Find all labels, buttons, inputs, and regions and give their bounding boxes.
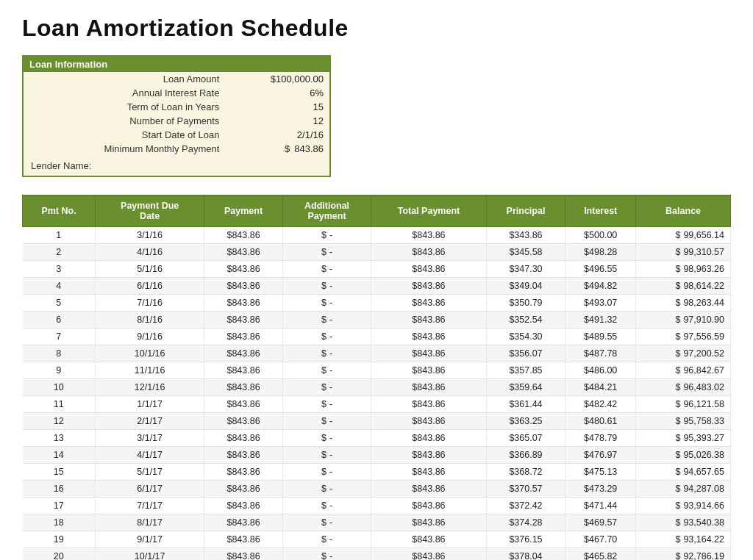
payment-amount: $843.86 xyxy=(204,278,283,295)
table-row: 122/1/17$843.86$-$843.86$363.25$480.61$9… xyxy=(23,413,731,430)
pmt-no: 7 xyxy=(23,329,96,345)
balance: $95,758.33 xyxy=(636,413,731,430)
payment-amount: $843.86 xyxy=(204,447,283,464)
payment-amount: $843.86 xyxy=(204,514,283,531)
pmt-no: 9 xyxy=(23,362,96,379)
balance: $93,164.22 xyxy=(636,531,731,548)
pmt-date: 3/1/17 xyxy=(96,430,204,447)
total-payment: $843.86 xyxy=(371,227,486,244)
page-title: Loan Amortization Schedule xyxy=(22,15,731,42)
interest: $498.28 xyxy=(565,244,636,261)
interest: $489.55 xyxy=(565,329,636,345)
principal: $374.28 xyxy=(486,514,565,531)
principal: $365.07 xyxy=(486,430,565,447)
total-payment: $843.86 xyxy=(371,278,486,295)
loan-field-value: 12 xyxy=(226,114,329,128)
additional-payment: $- xyxy=(282,531,371,548)
pmt-date: 6/1/16 xyxy=(96,278,204,295)
loan-field-label: Start Date of Loan xyxy=(24,128,226,142)
principal: $356.07 xyxy=(486,345,565,362)
total-payment: $843.86 xyxy=(371,464,486,481)
interest: $496.55 xyxy=(565,261,636,278)
schedule-col-header: Pmt No. xyxy=(23,195,96,227)
total-payment: $843.86 xyxy=(371,514,486,531)
payment-amount: $843.86 xyxy=(204,498,283,514)
additional-payment: $- xyxy=(282,396,371,413)
loan-field-label: Number of Payments xyxy=(24,114,226,128)
table-row: 57/1/16$843.86$-$843.86$350.79$493.07$98… xyxy=(23,295,731,312)
principal: $343.86 xyxy=(486,227,565,244)
pmt-no: 10 xyxy=(23,379,96,396)
pmt-date: 2/1/17 xyxy=(96,413,204,430)
additional-payment: $- xyxy=(282,379,371,396)
table-row: 2010/1/17$843.86$-$843.86$378.04$465.82$… xyxy=(23,548,731,561)
pmt-date: 5/1/16 xyxy=(96,261,204,278)
balance: $93,540.38 xyxy=(636,514,731,531)
interest: $473.29 xyxy=(565,481,636,498)
additional-payment: $- xyxy=(282,447,371,464)
pmt-no: 13 xyxy=(23,430,96,447)
pmt-date: 4/1/17 xyxy=(96,447,204,464)
schedule-col-header: Balance xyxy=(636,195,731,227)
interest: $487.78 xyxy=(565,345,636,362)
table-row: 79/1/16$843.86$-$843.86$354.30$489.55$97… xyxy=(23,329,731,345)
schedule-col-header: Payment xyxy=(204,195,283,227)
balance: $95,026.38 xyxy=(636,447,731,464)
balance: $95,393.27 xyxy=(636,430,731,447)
total-payment: $843.86 xyxy=(371,362,486,379)
balance: $97,910.90 xyxy=(636,312,731,329)
balance: $94,287.08 xyxy=(636,481,731,498)
payment-amount: $843.86 xyxy=(204,379,283,396)
total-payment: $843.86 xyxy=(371,548,486,561)
payment-amount: $843.86 xyxy=(204,464,283,481)
table-row: 46/1/16$843.86$-$843.86$349.04$494.82$98… xyxy=(23,278,731,295)
loan-info-box: Loan Information Loan Amount$100,000.00A… xyxy=(22,55,331,177)
pmt-no: 1 xyxy=(23,227,96,244)
table-row: 35/1/16$843.86$-$843.86$347.30$496.55$98… xyxy=(23,261,731,278)
schedule-col-header: Total Payment xyxy=(371,195,486,227)
additional-payment: $- xyxy=(282,227,371,244)
total-payment: $843.86 xyxy=(371,295,486,312)
table-row: 155/1/17$843.86$-$843.86$368.72$475.13$9… xyxy=(23,464,731,481)
payment-amount: $843.86 xyxy=(204,362,283,379)
additional-payment: $- xyxy=(282,362,371,379)
schedule-col-header: AdditionalPayment xyxy=(282,195,371,227)
additional-payment: $- xyxy=(282,345,371,362)
payment-amount: $843.86 xyxy=(204,329,283,345)
lender-name-label: Lender Name: xyxy=(24,156,329,176)
loan-field-label: Minimum Monthly Payment xyxy=(24,142,226,156)
additional-payment: $- xyxy=(282,430,371,447)
table-row: 1012/1/16$843.86$-$843.86$359.64$484.21$… xyxy=(23,379,731,396)
principal: $370.57 xyxy=(486,481,565,498)
principal: $357.85 xyxy=(486,362,565,379)
pmt-date: 4/1/16 xyxy=(96,244,204,261)
pmt-no: 20 xyxy=(23,548,96,561)
principal: $372.42 xyxy=(486,498,565,514)
principal: $352.54 xyxy=(486,312,565,329)
principal: $359.64 xyxy=(486,379,565,396)
total-payment: $843.86 xyxy=(371,481,486,498)
total-payment: $843.86 xyxy=(371,498,486,514)
table-row: 144/1/17$843.86$-$843.86$366.89$476.97$9… xyxy=(23,447,731,464)
interest: $480.61 xyxy=(565,413,636,430)
loan-info-table: Loan Amount$100,000.00Annual Interest Ra… xyxy=(24,72,329,156)
pmt-date: 9/1/16 xyxy=(96,329,204,345)
schedule-table: Pmt No.Payment DueDatePaymentAdditionalP… xyxy=(22,195,731,560)
total-payment: $843.86 xyxy=(371,396,486,413)
payment-amount: $843.86 xyxy=(204,261,283,278)
interest: $478.79 xyxy=(565,430,636,447)
schedule-col-header: Principal xyxy=(486,195,565,227)
schedule-col-header: Interest xyxy=(565,195,636,227)
payment-amount: $843.86 xyxy=(204,413,283,430)
interest: $482.42 xyxy=(565,396,636,413)
loan-field-value: $843.86 xyxy=(226,142,329,156)
total-payment: $843.86 xyxy=(371,379,486,396)
loan-field-value: 15 xyxy=(226,100,329,114)
additional-payment: $- xyxy=(282,498,371,514)
principal: $368.72 xyxy=(486,464,565,481)
interest: $476.97 xyxy=(565,447,636,464)
balance: $97,556.59 xyxy=(636,329,731,345)
table-row: 166/1/17$843.86$-$843.86$370.57$473.29$9… xyxy=(23,481,731,498)
total-payment: $843.86 xyxy=(371,531,486,548)
pmt-date: 10/1/17 xyxy=(96,548,204,561)
